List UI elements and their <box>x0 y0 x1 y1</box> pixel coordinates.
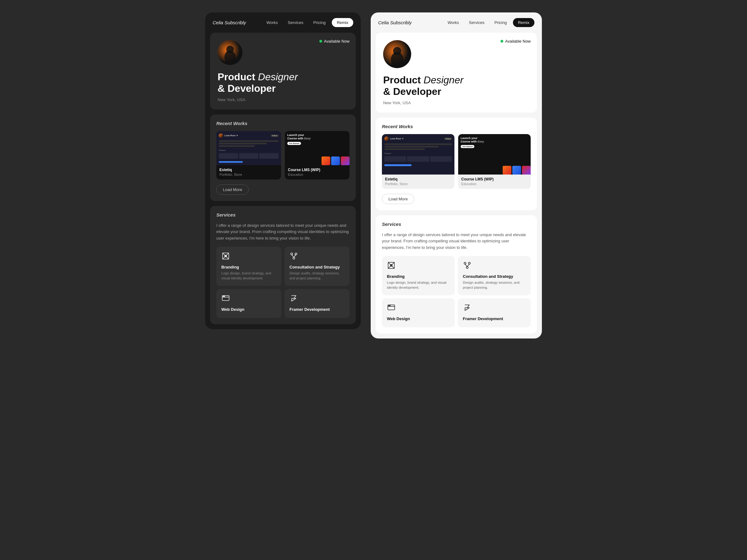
work-info-estetiq-dark: Estetiq Portfolio, Store <box>216 165 281 180</box>
recent-works-title-dark: Recent Works <box>216 121 350 126</box>
web-icon-light <box>387 303 397 313</box>
svg-line-11 <box>294 255 296 257</box>
nav-link-pricing-dark[interactable]: Pricing <box>309 20 329 25</box>
work-info-course-dark: Course LMS (WIP) Education <box>285 165 350 180</box>
thumb-course-imgs-dark <box>321 157 350 165</box>
thumb-rows-light <box>384 143 452 150</box>
thumb-course-img-2 <box>331 157 340 165</box>
work-category-course-dark: Education <box>288 173 346 177</box>
thumb-projects-grid <box>219 153 279 159</box>
hero-location-dark: New York, USA <box>217 97 348 102</box>
thumb-project-2 <box>239 153 258 159</box>
thumb-course-imgs-light <box>503 166 531 175</box>
svg-point-25 <box>464 262 466 264</box>
load-more-button-light[interactable]: Load More <box>382 194 414 204</box>
svg-line-10 <box>292 255 294 257</box>
strategy-icon-light <box>463 261 473 271</box>
svg-line-29 <box>467 264 469 267</box>
svg-point-26 <box>468 262 470 264</box>
thumb-course-btn-light: Get Started <box>461 145 474 148</box>
nav-link-services-light[interactable]: Services <box>465 20 488 25</box>
svg-point-7 <box>291 253 292 255</box>
nav-link-works-light[interactable]: Works <box>444 20 463 25</box>
services-title-dark: Services <box>216 212 350 217</box>
nav-link-works-dark[interactable]: Works <box>263 20 282 25</box>
available-dot-dark <box>319 40 322 43</box>
work-title-estetiq-dark: Estetiq <box>220 168 278 172</box>
service-name-framer-light: Framer Development <box>463 316 526 321</box>
work-card-course-dark[interactable]: Launch yourCourse with Easy Get Started … <box>285 131 350 180</box>
thumb-blue-bar <box>219 161 243 163</box>
framer-icon-light <box>463 303 473 313</box>
nav-dark: Celia Subscribly Works Services Pricing … <box>205 12 361 33</box>
service-name-branding-light: Branding <box>387 274 450 279</box>
services-section-light: Services I offer a range of design servi… <box>376 215 537 334</box>
thumb-course-title-light: Launch yourCourse with Easy <box>461 137 528 144</box>
svg-point-8 <box>295 253 297 255</box>
work-card-course-light[interactable]: Launch yourCourse with Easy Get Started … <box>458 134 531 189</box>
hero-title-dark: Product Designer & Developer <box>217 71 348 94</box>
available-label-light: Available Now <box>505 39 531 44</box>
work-thumb-estetiq-light: Luna Rose ✦ Follow Projects <box>382 134 455 175</box>
hero-title-light: Product Designer & Developer <box>383 74 530 97</box>
recent-works-title-light: Recent Works <box>382 124 531 129</box>
thumb-avatar-light <box>384 137 389 141</box>
svg-line-28 <box>465 264 467 267</box>
nav-link-pricing-light[interactable]: Pricing <box>491 20 511 25</box>
available-badge-dark: Available Now <box>319 39 350 44</box>
work-thumb-course-dark: Launch yourCourse with Easy Get Started <box>285 131 350 165</box>
service-framer-dark: Framer Development <box>284 289 350 318</box>
thumb-project-1 <box>219 153 238 159</box>
services-desc-light: I offer a range of design services tailo… <box>382 232 531 251</box>
avatar-dark <box>217 40 242 65</box>
service-framer-light: Framer Development <box>458 298 531 327</box>
thumb-course-img-l3 <box>522 166 531 175</box>
thumb-avatar-dark <box>219 133 223 138</box>
thumb-projects-label-l: Projects <box>384 153 452 154</box>
available-dot-light <box>500 40 503 43</box>
logo-light: Celia Subscribly <box>378 20 412 25</box>
thumb-project-l3 <box>430 156 452 162</box>
hero-location-light: New York, USA <box>383 101 530 105</box>
remix-button-dark[interactable]: Remix <box>332 18 353 27</box>
work-card-estetiq-dark[interactable]: Luna Rose ✦ Follow Projects <box>216 131 281 180</box>
service-branding-light: Branding Logo design, brand strategy, an… <box>382 256 455 295</box>
strategy-icon-dark <box>289 252 300 262</box>
service-name-web-light: Web Design <box>387 316 450 321</box>
service-name-framer-dark: Framer Development <box>289 307 344 312</box>
thumb-project-l2 <box>407 156 429 162</box>
thumb-badge-dark: Follow <box>271 134 279 137</box>
svg-point-16 <box>223 296 224 296</box>
service-branding-dark: Branding Logo design, brand strategy, an… <box>216 247 281 286</box>
logo-dark: Celia Subscribly <box>212 20 246 25</box>
load-more-button-dark[interactable]: Load More <box>216 185 249 195</box>
work-category-estetiq-light: Portfolio, Store <box>385 182 451 186</box>
thumb-row-2 <box>219 143 267 144</box>
work-card-estetiq-light[interactable]: Luna Rose ✦ Follow Projects <box>382 134 455 189</box>
svg-rect-14 <box>222 296 229 300</box>
work-info-estetiq-light: Estetiq Portfolio, Store <box>382 175 455 189</box>
services-section-dark: Services I offer a range of design servi… <box>210 206 356 324</box>
service-desc-branding-dark: Logo design, brand strategy, and visual … <box>221 271 276 281</box>
available-badge-light: Available Now <box>500 39 531 44</box>
hero-section-light: Available Now Product Designer & Develop… <box>376 33 537 113</box>
svg-point-27 <box>466 267 468 268</box>
branding-icon-light <box>387 261 397 271</box>
framer-icon-dark <box>289 294 300 304</box>
thumb-blue-bar-l <box>384 164 411 166</box>
service-name-branding-dark: Branding <box>221 265 276 269</box>
remix-button-light[interactable]: Remix <box>513 18 535 27</box>
thumb-course-img-l1 <box>503 166 511 175</box>
svg-point-2 <box>226 46 234 53</box>
services-desc-dark: I offer a range of design services tailo… <box>216 222 350 242</box>
work-thumb-course-light: Launch yourCourse with Easy Get Started <box>458 134 531 175</box>
thumb-badge-light: Follow <box>444 137 452 140</box>
thumb-row-l1 <box>384 143 452 145</box>
service-desc-branding-light: Logo design, brand strategy, and visual … <box>387 280 450 290</box>
nav-link-services-dark[interactable]: Services <box>284 20 307 25</box>
work-title-course-light: Course LMS (WIP) <box>461 177 527 181</box>
work-info-course-light: Course LMS (WIP) Education <box>458 175 531 189</box>
thumb-course-title-dark: Launch yourCourse with Easy <box>287 133 347 141</box>
services-title-light: Services <box>382 221 531 227</box>
thumb-project-l1 <box>384 156 406 162</box>
